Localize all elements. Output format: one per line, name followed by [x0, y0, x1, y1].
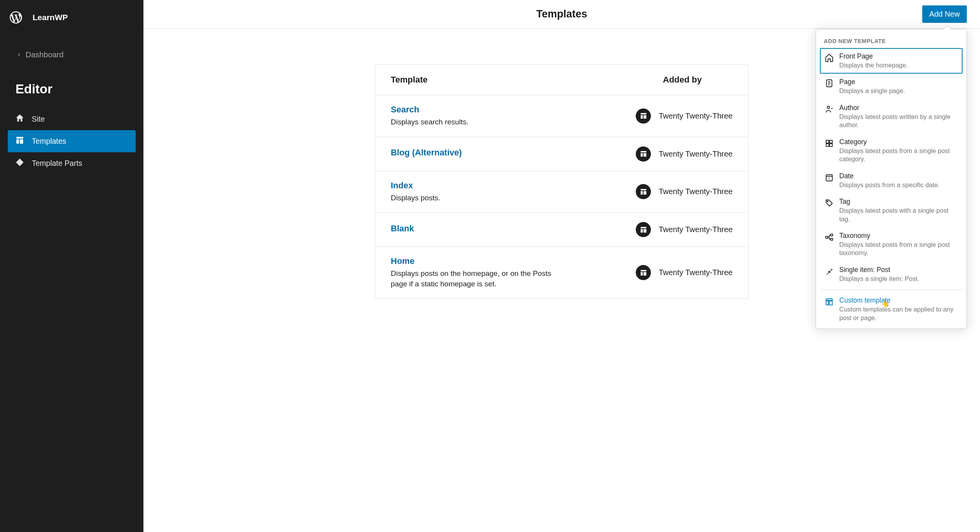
template-option-front-page[interactable]: Front Page Displays the homepage.: [820, 48, 963, 74]
option-title: Custom template: [839, 296, 958, 305]
option-title: Page: [839, 78, 958, 86]
template-option-custom[interactable]: Custom template Custom templates can be …: [820, 292, 963, 326]
added-by: Twenty Twenty-Three: [636, 265, 733, 280]
template-link[interactable]: Search: [391, 105, 636, 115]
template-link[interactable]: Index: [391, 181, 636, 191]
template-option-taxonomy[interactable]: Taxonomy Displays latest posts from a si…: [820, 227, 963, 262]
added-by-label: Twenty Twenty-Three: [659, 187, 733, 196]
added-by: Twenty Twenty-Three: [636, 146, 733, 162]
back-label: Dashboard: [26, 50, 64, 59]
svg-rect-9: [830, 144, 832, 146]
table-row: Blank Twenty Twenty-Three: [375, 213, 748, 247]
option-desc: Displays latest posts with a single post…: [839, 207, 958, 223]
theme-icon: [636, 265, 651, 280]
nav-label: Template Parts: [32, 159, 82, 168]
tag-icon: [825, 198, 834, 208]
template-link[interactable]: Blank: [391, 224, 636, 234]
template-option-date[interactable]: 2 Date Displays posts from a specific da…: [820, 168, 963, 193]
template-option-tag[interactable]: Tag Displays latest posts with a single …: [820, 193, 963, 227]
svg-point-4: [827, 106, 830, 108]
wordpress-logo-icon[interactable]: [9, 10, 23, 25]
svg-point-13: [827, 201, 828, 202]
template-desc: Displays posts.: [391, 193, 569, 203]
added-by-label: Twenty Twenty-Three: [659, 150, 733, 158]
add-new-button[interactable]: Add New: [922, 5, 967, 23]
svg-rect-19: [829, 301, 832, 305]
nav-label: Site: [32, 115, 45, 124]
col-header-template: Template: [391, 75, 663, 85]
added-by: Twenty Twenty-Three: [636, 184, 733, 199]
topbar: Templates Add New: [143, 0, 980, 29]
home-icon: [825, 53, 834, 62]
template-option-page[interactable]: Page Displays a single page.: [820, 74, 963, 99]
option-title: Front Page: [839, 52, 958, 60]
svg-rect-15: [831, 234, 833, 236]
option-title: Single item: Post: [839, 266, 958, 274]
template-option-author[interactable]: Author Displays latest posts written by …: [820, 100, 963, 134]
option-desc: Displays a single item: Post.: [839, 275, 958, 283]
diamond-icon: [15, 157, 25, 169]
chevron-left-icon: [16, 50, 22, 59]
grid-icon: [825, 139, 834, 148]
back-to-dashboard[interactable]: Dashboard: [0, 45, 143, 65]
option-desc: Displays posts from a specific date.: [839, 181, 958, 189]
layout-icon: [15, 135, 25, 147]
page-icon: [825, 79, 834, 88]
template-option-single-post[interactable]: Single item: Post Displays a single item…: [820, 262, 963, 287]
template-link[interactable]: Home: [391, 256, 636, 266]
nav-item-site[interactable]: Site: [8, 108, 136, 130]
author-icon: [825, 105, 834, 114]
svg-rect-14: [826, 236, 828, 238]
theme-icon: [636, 184, 651, 199]
table-head: Template Added by: [375, 65, 748, 95]
table-row: Index Displays posts. Twenty Twenty-Thre…: [375, 171, 748, 213]
option-title: Tag: [839, 198, 958, 206]
templates-table: Template Added by Search Displays search…: [375, 64, 749, 299]
section-title: Editor: [0, 65, 143, 105]
nav-item-template-parts[interactable]: Template Parts: [8, 152, 136, 174]
popover-heading: ADD NEW TEMPLATE: [816, 29, 966, 48]
option-desc: Displays the homepage.: [839, 61, 958, 69]
template-desc: Displays search results.: [391, 117, 569, 127]
popover-list: Front Page Displays the homepage. Page D…: [816, 48, 966, 329]
option-title: Category: [839, 138, 958, 146]
svg-rect-8: [826, 144, 829, 146]
table-row: Blog (Alternative) Twenty Twenty-Three: [375, 137, 748, 171]
home-icon: [15, 113, 25, 125]
sidebar-header: LearnWP: [0, 5, 143, 33]
calendar-icon: 2: [825, 173, 834, 182]
added-by: Twenty Twenty-Three: [636, 222, 733, 237]
layout-icon: [825, 297, 834, 306]
theme-icon: [636, 146, 651, 162]
pin-icon: [825, 267, 834, 276]
template-desc: Displays posts on the homepage, or on th…: [391, 269, 569, 289]
option-desc: Displays latest posts written by a singl…: [839, 113, 958, 129]
editor-nav: Site Templates Template Parts: [0, 105, 143, 177]
template-option-category[interactable]: Category Displays latest posts from a si…: [820, 134, 963, 168]
added-by-label: Twenty Twenty-Three: [659, 268, 733, 277]
option-title: Taxonomy: [839, 232, 958, 240]
added-by-label: Twenty Twenty-Three: [659, 112, 733, 121]
add-new-template-popover: ADD NEW TEMPLATE Front Page Displays the…: [816, 29, 967, 329]
nav-item-templates[interactable]: Templates: [8, 130, 136, 152]
option-desc: Custom templates can be applied to any p…: [839, 305, 958, 322]
svg-rect-7: [830, 140, 832, 143]
svg-rect-16: [831, 238, 833, 240]
theme-icon: [636, 222, 651, 237]
site-title[interactable]: LearnWP: [33, 13, 68, 22]
svg-rect-18: [826, 301, 828, 305]
theme-icon: [636, 108, 651, 124]
option-title: Date: [839, 172, 958, 180]
svg-rect-6: [826, 140, 829, 143]
template-link[interactable]: Blog (Alternative): [391, 148, 636, 158]
nav-label: Templates: [32, 137, 66, 146]
added-by-label: Twenty Twenty-Three: [659, 225, 733, 234]
option-desc: Displays latest posts from a single post…: [839, 241, 958, 257]
option-desc: Displays latest posts from a single post…: [839, 147, 958, 164]
tree-icon: [825, 232, 834, 242]
page-title: Templates: [536, 8, 587, 20]
divider: [820, 289, 963, 290]
sidebar: LearnWP Dashboard Editor Site Templates …: [0, 0, 143, 532]
table-row: Home Displays posts on the homepage, or …: [375, 247, 748, 298]
col-header-added: Added by: [663, 75, 733, 85]
